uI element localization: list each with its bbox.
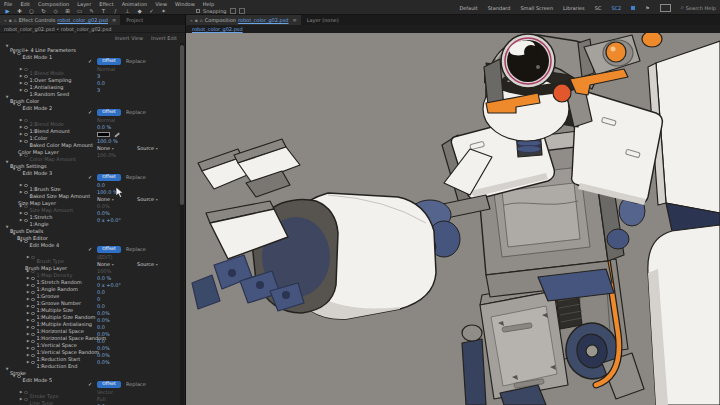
- param-value[interactable]: 0.0%: [97, 310, 110, 317]
- panel-lock-icon[interactable]: ⌂: [200, 18, 203, 23]
- param-row[interactable]: ▶Brush Type(EDIT): [0, 254, 180, 261]
- param-row[interactable]: ▶Size Map Amount0.0%: [0, 203, 180, 210]
- param-value[interactable]: 0.0: [97, 80, 105, 87]
- param-row[interactable]: ▶Color Map Amount100.0%: [0, 152, 180, 159]
- stopwatch-icon[interactable]: [24, 205, 28, 209]
- param-value[interactable]: 3: [97, 73, 100, 80]
- param-row[interactable]: ▶1:Groove Number0: [0, 296, 180, 303]
- snap-option-icon[interactable]: [230, 8, 236, 14]
- stopwatch-icon[interactable]: [31, 361, 35, 365]
- stopwatch-icon[interactable]: [24, 191, 28, 195]
- stopwatch-icon[interactable]: [24, 219, 28, 223]
- param-value[interactable]: 0.0 %: [97, 275, 111, 282]
- section-row[interactable]: ▼Brush Editor: [0, 231, 180, 238]
- offset-mode-row[interactable]: ✓OffsetReplace: [0, 380, 180, 389]
- menu-effect[interactable]: Effect: [99, 1, 113, 7]
- stopwatch-icon[interactable]: [17, 168, 21, 172]
- section-row[interactable]: ▼Brush Details: [0, 224, 180, 231]
- clone-stamp-tool[interactable]: ⊥: [124, 7, 131, 15]
- brush-tool[interactable]: ∕: [112, 7, 119, 15]
- snapping-checkbox[interactable]: [196, 9, 200, 13]
- composition-filename[interactable]: robot_color_g02.psd: [238, 17, 289, 23]
- enable-checkbox[interactable]: ✓: [88, 380, 92, 389]
- menu-edit[interactable]: Edit: [20, 1, 30, 7]
- panel-lock-icon[interactable]: ⌂: [14, 18, 17, 23]
- stopwatch-icon[interactable]: [24, 68, 28, 72]
- param-row[interactable]: ▶1:Vertical Space0.0: [0, 338, 180, 345]
- param-row[interactable]: ▶1:Multiple Size0.0: [0, 303, 180, 310]
- section-row[interactable]: ▼Brush Settings: [0, 159, 180, 166]
- param-row[interactable]: ▶1:Vertical Space Random0.0%: [0, 345, 180, 352]
- offset-button[interactable]: Offset: [97, 174, 121, 181]
- offset-button[interactable]: Offset: [97, 109, 121, 116]
- param-value[interactable]: 0: [97, 296, 100, 303]
- stopwatch-icon[interactable]: [31, 354, 35, 358]
- param-value[interactable]: 0.0: [97, 182, 105, 189]
- stopwatch-icon[interactable]: [17, 375, 21, 379]
- param-row[interactable]: ▶1:Angle0 x +0.0°: [0, 217, 180, 224]
- section-row[interactable]: ▼Brush Color: [0, 94, 180, 101]
- param-row[interactable]: ▶Baked Size Map Amount100.0 %: [0, 189, 180, 196]
- param-row[interactable]: ▶1:Antialiasing0.0: [0, 80, 180, 87]
- param-row[interactable]: ▶Stroke TypeVector: [0, 389, 180, 396]
- stopwatch-icon[interactable]: [31, 333, 35, 337]
- offset-button[interactable]: Offset: [97, 58, 121, 65]
- menu-view[interactable]: View: [155, 1, 167, 7]
- param-row[interactable]: ▶1:Brush Size0.0: [0, 182, 180, 189]
- stopwatch-icon[interactable]: [31, 298, 35, 302]
- keypad-icon[interactable]: [660, 4, 671, 12]
- param-value[interactable]: 3: [97, 87, 100, 94]
- puppet-pin-tool[interactable]: ✦: [160, 7, 167, 15]
- workspace-grid-icon[interactable]: [631, 6, 635, 10]
- param-row[interactable]: Size Map LayerNone ▾Source ▾: [0, 196, 180, 203]
- param-row[interactable]: ▼Edit Mode 5: [0, 373, 180, 380]
- param-row[interactable]: ▼Edit Mode 2: [0, 101, 180, 108]
- stopwatch-icon[interactable]: [24, 75, 28, 79]
- scrollbar[interactable]: [180, 43, 184, 405]
- panel-menu-icon[interactable]: ≡: [293, 17, 297, 23]
- source-dropdown[interactable]: Source ▾: [137, 261, 158, 268]
- eraser-tool[interactable]: ◆: [136, 7, 143, 15]
- scrollbar-thumb[interactable]: [180, 45, 184, 205]
- param-value[interactable]: 0.0: [97, 303, 105, 310]
- section-row[interactable]: ▼Stroke: [0, 366, 180, 373]
- workspace-sc[interactable]: SC: [595, 5, 602, 11]
- flag-icon[interactable]: ⚑: [645, 5, 649, 11]
- param-row[interactable]: ▶1:Stretch0.0%: [0, 210, 180, 217]
- param-value[interactable]: 0.0: [97, 338, 105, 345]
- param-row[interactable]: ▶1:Blend Amount0.0 %: [0, 124, 180, 131]
- tab-effect-controls[interactable]: « ▪ ⌂ Effect Controls robot_color_g02.ps…: [0, 15, 120, 25]
- panel-chevron-icon[interactable]: «: [190, 18, 193, 23]
- stopwatch-icon[interactable]: [24, 398, 28, 402]
- effect-controls-filename[interactable]: robot_color_g02.psd: [57, 17, 108, 23]
- panel-menu-icon[interactable]: ≡: [112, 17, 116, 23]
- param-row[interactable]: ▶1:Blend ModeNormal: [0, 66, 180, 73]
- source-dropdown[interactable]: Source ▾: [137, 145, 158, 152]
- stopwatch-icon[interactable]: [31, 312, 35, 316]
- param-value[interactable]: 0.0%: [97, 359, 110, 366]
- stopwatch-icon[interactable]: [31, 340, 35, 344]
- menu-animation[interactable]: Animation: [122, 1, 148, 7]
- enable-checkbox[interactable]: ✓: [88, 173, 92, 182]
- zoom-tool[interactable]: ○: [28, 7, 35, 15]
- stopwatch-icon[interactable]: [17, 52, 21, 56]
- snap-option2-icon[interactable]: [239, 8, 245, 14]
- invert-edit-button[interactable]: Invert Edit: [151, 35, 177, 41]
- param-row[interactable]: ▶1:Stretch Random0.0 %: [0, 275, 180, 282]
- workspace-standard[interactable]: Standard: [488, 5, 511, 11]
- stopwatch-icon[interactable]: [31, 326, 35, 330]
- composition-viewer[interactable]: [186, 33, 720, 405]
- stopwatch-icon[interactable]: [24, 140, 28, 144]
- search-help[interactable]: ⌕ Search Help: [681, 4, 716, 11]
- param-row[interactable]: ▶1:Map Density100%: [0, 268, 180, 275]
- replace-button[interactable]: Replace: [126, 380, 146, 389]
- stopwatch-icon[interactable]: [24, 89, 28, 93]
- stopwatch-icon[interactable]: [24, 154, 28, 158]
- param-value[interactable]: 0.0%: [97, 317, 110, 324]
- workspace-sc2[interactable]: SC2: [611, 5, 621, 11]
- param-value[interactable]: 0.0%: [97, 345, 110, 352]
- source-dropdown[interactable]: Source ▾: [137, 196, 158, 203]
- stopwatch-icon[interactable]: [31, 284, 35, 288]
- param-row[interactable]: ▼Edit Mode 4: [0, 238, 180, 245]
- param-value[interactable]: 0.0: [97, 324, 105, 331]
